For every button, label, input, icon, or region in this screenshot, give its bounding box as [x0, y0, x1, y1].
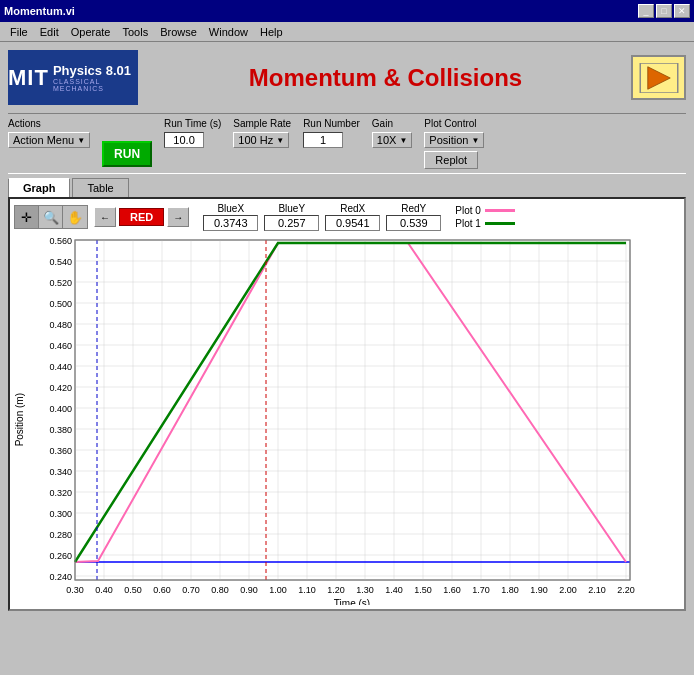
svg-text:Time (s): Time (s) [334, 598, 370, 605]
svg-text:0.260: 0.260 [49, 551, 72, 561]
run-time-field[interactable]: 10.0 [164, 132, 204, 148]
menu-window[interactable]: Window [203, 24, 254, 40]
chart-svg: 0.560 0.540 0.520 0.500 0.480 0.460 0.44… [30, 235, 642, 605]
blueY-field[interactable]: 0.257 [264, 215, 319, 231]
crosshair-tool[interactable]: ✛ [15, 206, 39, 228]
blueY-group: BlueY 0.257 [264, 203, 319, 231]
blueX-label: BlueX [217, 203, 244, 214]
svg-text:0.360: 0.360 [49, 446, 72, 456]
svg-text:0.500: 0.500 [49, 299, 72, 309]
svg-text:1.50: 1.50 [414, 585, 432, 595]
plot-control-label: Plot Control [424, 118, 476, 129]
actions-label: Actions [8, 118, 41, 129]
legend-plot0-label: Plot 0 [455, 205, 481, 216]
svg-text:1.40: 1.40 [385, 585, 403, 595]
sample-rate-dropdown[interactable]: 100 Hz ▼ [233, 132, 289, 148]
tab-graph[interactable]: Graph [8, 178, 70, 197]
cursor-toolbar-row: ✛ 🔍 ✋ ← RED → BlueX 0.3743 BlueY 0.257 [14, 203, 680, 231]
legend-plot1-line [485, 222, 515, 225]
svg-text:1.00: 1.00 [269, 585, 287, 595]
svg-text:0.440: 0.440 [49, 362, 72, 372]
cursor-red-label: RED [119, 208, 164, 226]
maximize-button[interactable]: □ [656, 4, 672, 18]
plot-control-dropdown[interactable]: Position ▼ [424, 132, 484, 148]
page-title: Momentum & Collisions [150, 64, 621, 92]
redX-field[interactable]: 0.9541 [325, 215, 380, 231]
tabs-area: Graph Table [8, 178, 686, 197]
svg-text:0.40: 0.40 [95, 585, 113, 595]
svg-text:0.380: 0.380 [49, 425, 72, 435]
tab-table[interactable]: Table [72, 178, 128, 197]
run-button[interactable]: RUN [102, 141, 152, 167]
redY-group: RedY 0.539 [386, 203, 441, 231]
gain-dropdown[interactable]: 10X ▼ [372, 132, 413, 148]
chart-svg-container: 0.560 0.540 0.520 0.500 0.480 0.460 0.44… [30, 235, 680, 605]
zoom-tool[interactable]: 🔍 [39, 206, 63, 228]
close-button[interactable]: ✕ [674, 4, 690, 18]
cursor-tools: ✛ 🔍 ✋ [14, 205, 88, 229]
menu-tools[interactable]: Tools [116, 24, 154, 40]
svg-text:0.240: 0.240 [49, 572, 72, 582]
run-time-group: Run Time (s) 10.0 [164, 118, 221, 148]
legend-plot0: Plot 0 [455, 205, 515, 216]
menu-help[interactable]: Help [254, 24, 289, 40]
svg-rect-3 [75, 240, 630, 580]
svg-text:1.60: 1.60 [443, 585, 461, 595]
minimize-button[interactable]: _ [638, 4, 654, 18]
svg-text:0.80: 0.80 [211, 585, 229, 595]
blueX-field[interactable]: 0.3743 [203, 215, 258, 231]
run-number-field[interactable]: 1 [303, 132, 343, 148]
redX-label: RedX [340, 203, 365, 214]
svg-text:1.30: 1.30 [356, 585, 374, 595]
svg-text:2.20: 2.20 [617, 585, 635, 595]
svg-text:0.280: 0.280 [49, 530, 72, 540]
logo-mit: MIT [8, 65, 49, 91]
chevron-down-icon: ▼ [276, 136, 284, 145]
header-section: MIT Physics 8.01 CLASSICAL MECHANICS Mom… [8, 50, 686, 105]
window-title: Momentum.vi [4, 5, 75, 17]
cursor-left-button[interactable]: ← [94, 207, 116, 227]
replot-button[interactable]: Replot [424, 151, 478, 169]
title-bar-buttons: _ □ ✕ [638, 4, 690, 18]
cursor-nav: ← RED → [94, 207, 189, 227]
chevron-down-icon: ▼ [77, 136, 85, 145]
menu-operate[interactable]: Operate [65, 24, 117, 40]
y-axis-label: Position (m) [14, 393, 30, 446]
svg-text:2.10: 2.10 [588, 585, 606, 595]
run-number-label: Run Number [303, 118, 360, 129]
svg-text:1.90: 1.90 [530, 585, 548, 595]
action-menu-dropdown[interactable]: Action Menu ▼ [8, 132, 90, 148]
plot-control-group: Plot Control Position ▼ Replot [424, 118, 484, 169]
pan-tool[interactable]: ✋ [63, 206, 87, 228]
menu-bar: File Edit Operate Tools Browse Window He… [0, 22, 694, 42]
chart-with-yaxis: Position (m) [14, 235, 680, 605]
svg-text:0.90: 0.90 [240, 585, 258, 595]
redY-field[interactable]: 0.539 [386, 215, 441, 231]
redY-label: RedY [401, 203, 426, 214]
svg-text:0.540: 0.540 [49, 257, 72, 267]
menu-browse[interactable]: Browse [154, 24, 203, 40]
plot-legend: Plot 0 Plot 1 [455, 205, 515, 229]
menu-edit[interactable]: Edit [34, 24, 65, 40]
sample-rate-label: Sample Rate [233, 118, 291, 129]
svg-text:0.480: 0.480 [49, 320, 72, 330]
legend-plot1: Plot 1 [455, 218, 515, 229]
cursor-right-button[interactable]: → [167, 207, 189, 227]
title-bar: Momentum.vi _ □ ✕ [0, 0, 694, 22]
svg-text:0.320: 0.320 [49, 488, 72, 498]
svg-text:0.520: 0.520 [49, 278, 72, 288]
chevron-down-icon: ▼ [471, 136, 479, 145]
legend-plot1-label: Plot 1 [455, 218, 481, 229]
gain-label: Gain [372, 118, 393, 129]
menu-file[interactable]: File [4, 24, 34, 40]
vi-icon [631, 55, 686, 100]
svg-text:0.340: 0.340 [49, 467, 72, 477]
controls-bar: Actions Action Menu ▼ RUN Run Time (s) 1… [8, 113, 686, 174]
main-window: MIT Physics 8.01 CLASSICAL MECHANICS Mom… [0, 42, 694, 619]
svg-text:0.30: 0.30 [66, 585, 84, 595]
cursor-values: BlueX 0.3743 BlueY 0.257 RedX 0.9541 Red… [203, 203, 441, 231]
svg-text:1.70: 1.70 [472, 585, 490, 595]
svg-text:0.50: 0.50 [124, 585, 142, 595]
svg-text:1.80: 1.80 [501, 585, 519, 595]
svg-text:2.00: 2.00 [559, 585, 577, 595]
